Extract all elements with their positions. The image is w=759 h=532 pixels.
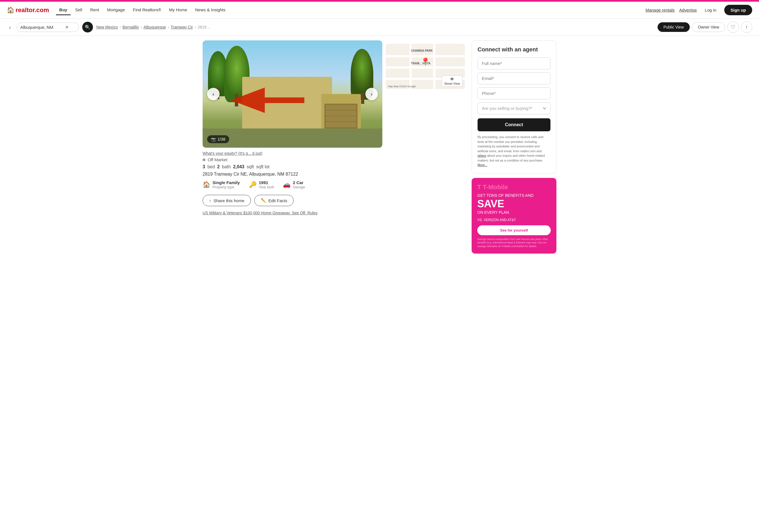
garage-text: 2 Car Garage [293, 180, 305, 189]
full-name-input[interactable] [478, 57, 550, 69]
house-icon: 🏠 [7, 7, 15, 14]
photo-map-row: ‹ › 📷 1/38 What's your equity? (It's g..… [203, 40, 465, 215]
share-button[interactable]: ↑ [741, 21, 752, 33]
heart-icon: ♡ [731, 24, 735, 30]
favorite-button[interactable]: ♡ [727, 21, 739, 33]
garage-panel-3 [326, 116, 357, 121]
garage-value: 2 Car [293, 180, 305, 185]
search-button[interactable]: 🔍 [82, 22, 93, 32]
garage-panel-2 [326, 110, 357, 116]
home-icon: 🏠 [203, 181, 210, 188]
property-type-text: Single Family Property type [213, 180, 240, 189]
main-content: ‹ › 📷 1/38 What's your equity? (It's g..… [196, 36, 563, 253]
email-input[interactable] [478, 72, 550, 85]
bed-label: bed [207, 164, 215, 170]
tree-trunk-2 [235, 94, 238, 106]
photo-next-button[interactable]: › [365, 88, 378, 100]
garage-panel-1 [326, 105, 357, 110]
back-arrow-icon[interactable]: ‹ [7, 23, 13, 32]
edit-icon: ✏️ [261, 198, 266, 203]
navbar: 🏠 realtor.com Buy Sell Rent Mortgage Fin… [0, 2, 759, 19]
neighborhood-label: CHAMISA PARK [411, 49, 433, 52]
house-garage [321, 94, 361, 129]
garage-item: 🚗 2 Car Garage [283, 180, 305, 189]
public-view-button[interactable]: Public View [658, 22, 690, 32]
map-pin: 📍 [420, 57, 430, 67]
share-icon-btn: ↑ [209, 198, 211, 203]
photo-prev-button[interactable]: ‹ [207, 88, 220, 100]
status-text: Off Market [208, 157, 227, 162]
consent-others-link[interactable]: others [478, 154, 486, 157]
owner-view-button[interactable]: Owner View [692, 22, 725, 32]
nav-my-home[interactable]: My Home [166, 5, 190, 15]
breadcrumb-county[interactable]: Bernalillo [123, 25, 139, 29]
status-row: Off Market [203, 157, 382, 162]
t-mobile-icon: T [477, 183, 481, 191]
year-built-value: 1991 [259, 180, 274, 185]
share-home-button[interactable]: ↑ Share this home [203, 195, 251, 206]
breadcrumb-street[interactable]: Tramway Cir [171, 25, 193, 29]
sqft-label: sqft [247, 164, 254, 170]
manage-rentals-link[interactable]: Manage rentals [645, 8, 674, 13]
login-button[interactable]: Log in [701, 5, 720, 15]
map-road-h2 [386, 66, 465, 69]
map-background: CHAMISA PARK TRAM... VISTA 📍 👁 Street Vi… [386, 44, 465, 89]
breadcrumb: New Mexico › Bernalillo › Albuquerque › … [96, 25, 654, 29]
ad-sub-text: ON EVERY PLAN [477, 210, 551, 214]
nav-find-realtors[interactable]: Find Realtors® [129, 5, 164, 15]
photo-count-badge: 📷 1/38 [207, 135, 229, 143]
ad-headline: GET TONS OF BENEFITS AND [477, 193, 551, 198]
map-road-v2 [433, 44, 435, 89]
garage-icon: 🚗 [283, 181, 291, 188]
giveaway-link[interactable]: US Military & Veterans $100,000 Home Giv… [203, 211, 382, 215]
ad-tagline: VS. VERIZON AND AT&T [477, 218, 551, 222]
map-data-footer: Map data ©2024 Google [388, 85, 416, 88]
breadcrumb-state[interactable]: New Mexico [96, 25, 118, 29]
signup-button[interactable]: Sign up [724, 5, 752, 15]
calendar-icon: 🔑 [249, 181, 257, 188]
left-column: ‹ › 📷 1/38 What's your equity? (It's g..… [203, 36, 472, 253]
year-built-text: 1991 Year built [259, 180, 274, 189]
nav-sell[interactable]: Sell [72, 5, 86, 15]
breadcrumb-city[interactable]: Albuquerque [143, 25, 166, 29]
bath-count: 2 [217, 164, 220, 170]
connect-button[interactable]: Connect [478, 118, 550, 131]
equity-link[interactable]: What's your equity? (It's g... d out) [203, 151, 382, 156]
tree-trunk-3 [361, 93, 364, 104]
search-row: ‹ ✕ 🔍 New Mexico › Bernalillo › Albuquer… [0, 19, 759, 36]
consent-more-link[interactable]: More... [478, 163, 487, 167]
garage-panel-4 [326, 122, 357, 127]
agent-card-title: Connect with an agent [478, 46, 550, 53]
nav-links: Buy Sell Rent Mortgage Find Realtors® My… [56, 5, 639, 15]
garage-label: Garage [293, 185, 305, 189]
property-type-label: Property type [213, 185, 240, 189]
property-type-value: Single Family [213, 180, 240, 185]
consent-text: By proceeding, you consent to receive ca… [478, 135, 550, 168]
phone-input[interactable] [478, 87, 550, 99]
house-body [242, 77, 332, 128]
ground [203, 129, 382, 148]
advertise-link[interactable]: Advertise [679, 8, 697, 13]
map-thumbnail[interactable]: CHAMISA PARK TRAM... VISTA 📍 👁 Street Vi… [386, 44, 465, 89]
nav-right: Manage rentals Advertise Log in Sign up [645, 5, 752, 15]
logo[interactable]: 🏠 realtor.com [7, 7, 49, 14]
nav-buy[interactable]: Buy [56, 5, 71, 15]
clear-search-icon[interactable]: ✕ [65, 24, 69, 30]
status-dot [203, 158, 205, 161]
action-buttons: ↑ Share this home ✏️ Edit Facts [203, 195, 382, 206]
street-view-button[interactable]: 👁 Street View [442, 75, 462, 87]
ad-cta-button[interactable]: See for yourself [477, 225, 551, 235]
share-icon: ↑ [745, 24, 748, 30]
property-photo [203, 40, 382, 148]
property-photo-container: ‹ › 📷 1/38 [203, 40, 382, 148]
nav-rent[interactable]: Rent [87, 5, 102, 15]
edit-facts-button[interactable]: ✏️ Edit Facts [254, 195, 294, 206]
nav-mortgage[interactable]: Mortgage [104, 5, 128, 15]
nav-news[interactable]: News & Insights [192, 5, 229, 15]
ad-card: T T-Mobile GET TONS OF BENEFITS AND SAVE… [472, 178, 556, 254]
selling-buying-select[interactable]: Are you selling or buying?* Buying Selli… [478, 102, 550, 114]
garage-door [324, 104, 358, 129]
chevron-icon-4: › [195, 25, 196, 29]
search-input[interactable] [20, 25, 63, 30]
chevron-icon-2: › [140, 25, 142, 29]
